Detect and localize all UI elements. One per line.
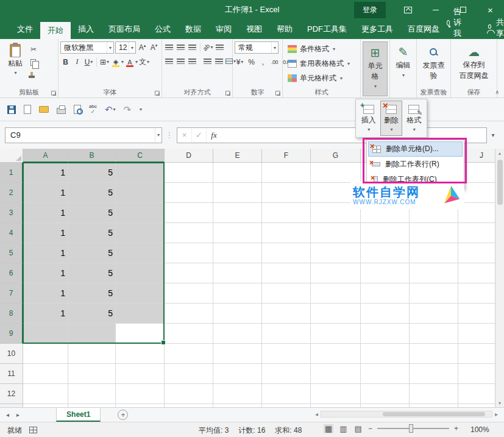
row-header-5[interactable]: 5 (0, 243, 23, 263)
cell-A9[interactable] (23, 324, 68, 344)
cell-F1[interactable] (262, 163, 311, 183)
cell-E9[interactable] (213, 324, 262, 344)
alignment-dialog-launcher[interactable] (225, 91, 230, 96)
row-header-9[interactable]: 9 (0, 324, 23, 344)
column-header-D[interactable]: D (165, 149, 213, 163)
tab-百度网盘[interactable]: 百度网盘 (400, 20, 447, 39)
tab-插入[interactable]: 插入 (71, 20, 101, 39)
sheet-nav-next-icon[interactable]: ▸ (16, 411, 20, 418)
cell-I11[interactable] (410, 364, 458, 384)
cell-G6[interactable] (311, 263, 361, 283)
cell-B8[interactable]: 5 (68, 304, 116, 324)
cell-I4[interactable] (410, 223, 458, 243)
font-color-button[interactable]: A▾ (125, 56, 138, 68)
wrap-text-button[interactable] (215, 41, 225, 53)
cell-C1[interactable] (116, 163, 165, 183)
horizontal-scroll-track[interactable] (321, 411, 492, 417)
format-button[interactable]: 格式 ▾ (403, 101, 425, 136)
cell-B2[interactable]: 5 (68, 183, 116, 203)
cell-C8[interactable] (116, 304, 165, 324)
cell-D3[interactable] (165, 203, 213, 223)
cell-C9[interactable] (116, 324, 165, 344)
zoom-out-button[interactable]: − (368, 424, 372, 433)
zoom-slider[interactable] (377, 428, 449, 429)
decrease-font-size-button[interactable]: A▾ (149, 42, 159, 54)
cell-I8[interactable] (410, 304, 458, 324)
cell-A11[interactable] (23, 364, 68, 384)
percent-style-button[interactable]: % (246, 56, 257, 68)
cell-A5[interactable]: 1 (23, 243, 68, 263)
cell-E7[interactable] (213, 283, 262, 304)
save-button[interactable] (7, 105, 16, 114)
login-button[interactable]: 登录 (354, 2, 386, 18)
cell-D7[interactable] (165, 283, 213, 304)
row-header-8[interactable]: 8 (0, 304, 23, 324)
insert-function-button[interactable]: fx (207, 128, 221, 143)
cell-G8[interactable] (311, 304, 361, 324)
cell-J9[interactable] (458, 324, 495, 344)
cell-F5[interactable] (262, 243, 311, 263)
cell-B4[interactable]: 5 (68, 223, 116, 243)
cell-F3[interactable] (262, 203, 311, 223)
tab-帮助[interactable]: 帮助 (269, 20, 300, 39)
new-sheet-button[interactable]: + (118, 410, 128, 420)
cell-C12[interactable] (116, 384, 165, 404)
cell-G7[interactable] (311, 283, 361, 304)
redo-button[interactable]: ↷ (124, 104, 132, 115)
number-dialog-launcher[interactable] (275, 91, 280, 96)
cell-E3[interactable] (213, 203, 262, 223)
cell-D4[interactable] (165, 223, 213, 243)
row-header-11[interactable]: 11 (0, 364, 23, 384)
align-center-button[interactable] (176, 55, 186, 67)
tab-更多工具[interactable]: 更多工具 (354, 20, 400, 39)
cell-A7[interactable]: 1 (23, 283, 68, 304)
cell-G11[interactable] (311, 364, 361, 384)
cell-B6[interactable]: 5 (68, 263, 116, 283)
cell-J4[interactable] (458, 223, 495, 243)
menu-item-delete-cells[interactable]: 删除单元格(D)... (368, 141, 463, 157)
increase-font-size-button[interactable]: A▴ (137, 42, 147, 54)
cell-C3[interactable] (116, 203, 165, 223)
cell-J8[interactable] (458, 304, 495, 324)
cell-E10[interactable] (213, 344, 262, 364)
normal-view-button[interactable]: ▦ (324, 424, 333, 433)
cell-H10[interactable] (361, 344, 410, 364)
menu-item-delete-sheet-rows[interactable]: 删除工作表行(R) (368, 157, 463, 172)
align-left-button[interactable] (164, 55, 174, 67)
cut-button[interactable]: ✂ (29, 44, 41, 55)
cancel-button[interactable]: × (177, 128, 192, 143)
open-button[interactable] (39, 106, 49, 113)
cell-H6[interactable] (361, 263, 410, 283)
print-button[interactable] (57, 105, 66, 114)
scroll-left-icon[interactable]: ◂ (315, 411, 318, 417)
row-header-1[interactable]: 1 (0, 163, 23, 183)
tab-视图[interactable]: 视图 (239, 20, 269, 39)
cell-B1[interactable]: 5 (68, 163, 116, 183)
cell-A2[interactable]: 1 (23, 183, 68, 203)
cell-G9[interactable] (311, 324, 361, 344)
cell-I5[interactable] (410, 243, 458, 263)
row-header-6[interactable]: 6 (0, 263, 23, 283)
cells-button[interactable]: ⊞ 单元格 ▾ (363, 41, 388, 96)
cell-B12[interactable] (68, 384, 116, 404)
column-header-B[interactable]: B (68, 149, 116, 163)
cell-G5[interactable] (311, 243, 361, 263)
horizontal-scroll-thumb[interactable] (383, 412, 485, 416)
cell-H4[interactable] (361, 223, 410, 243)
cell-D5[interactable] (165, 243, 213, 263)
delete-button[interactable]: 删除 ▾ (380, 101, 402, 136)
cell-D8[interactable] (165, 304, 213, 324)
cell-H8[interactable] (361, 304, 410, 324)
cell-E6[interactable] (213, 263, 262, 283)
fill-color-button[interactable]: ◈▾ (111, 56, 124, 68)
tab-公式[interactable]: 公式 (147, 20, 178, 39)
cell-C2[interactable] (116, 183, 165, 203)
tab-审阅[interactable]: 审阅 (208, 20, 239, 39)
sheet-tab-sheet1[interactable]: Sheet1 (56, 408, 101, 422)
align-bottom-button[interactable] (187, 41, 197, 53)
tab-页面布局[interactable]: 页面布局 (101, 20, 147, 39)
underline-button[interactable]: U▾ (83, 56, 94, 68)
cell-H7[interactable] (361, 283, 410, 304)
cell-D12[interactable] (165, 384, 213, 404)
macro-record-button[interactable] (29, 427, 37, 433)
